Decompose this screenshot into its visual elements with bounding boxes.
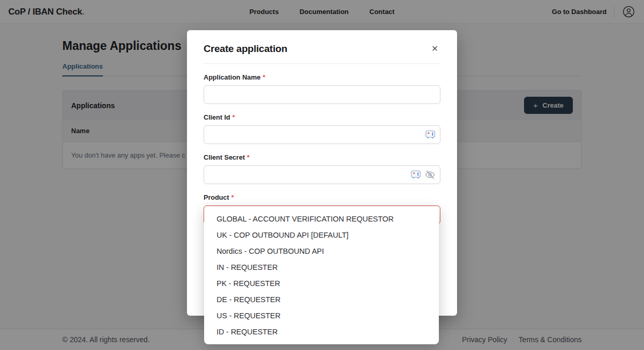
product-label: Product* [204,193,440,201]
option-global-account-verification-requestor[interactable]: GLOBAL - ACCOUNT VERIFICATION REQUESTOR [204,211,439,227]
eye-off-icon[interactable] [425,170,435,180]
autofill-key-icon[interactable]: * [411,171,421,179]
application-name-label: Application Name* [204,73,440,81]
client-id-input[interactable] [204,125,440,144]
product-dropdown-list: GLOBAL - ACCOUNT VERIFICATION REQUESTOR … [204,207,439,344]
client-secret-label: Client Secret* [204,153,440,161]
svg-text:*: * [427,131,430,137]
required-asterisk: * [232,113,235,121]
option-pk-requester[interactable]: PK - REQUESTER [204,276,439,292]
required-asterisk: * [247,153,249,161]
option-id-requester[interactable]: ID - REQUESTER [204,324,439,340]
modal-header: Create application ✕ [204,30,440,64]
label-text: Client Id [204,113,230,121]
client-id-field: * [204,125,440,144]
client-secret-field: * [204,165,440,184]
autofill-key-icon[interactable]: * [425,131,435,139]
option-us-requester[interactable]: US - REQUESTER [204,308,439,324]
application-name-field [204,85,440,104]
required-asterisk: * [231,193,234,201]
option-nordics-cop-outbound-api[interactable]: Nordics - COP OUTBOUND API [204,243,439,260]
option-uk-cop-outbound-api-default[interactable]: UK - COP OUTBOUND API [DEFAULT] [204,227,439,243]
required-asterisk: * [263,73,265,81]
client-id-label: Client Id* [204,113,440,121]
close-icon[interactable]: ✕ [430,43,440,55]
option-de-requester[interactable]: DE - REQUESTER [204,292,439,308]
label-text: Client Secret [204,153,245,161]
application-name-input[interactable] [204,85,440,104]
option-in-requester[interactable]: IN - REQUESTER [204,260,439,276]
client-secret-input[interactable] [204,165,440,184]
svg-text:*: * [413,171,415,177]
label-text: Application Name [204,73,261,81]
label-text: Product [204,193,229,201]
modal-title: Create application [204,43,287,55]
